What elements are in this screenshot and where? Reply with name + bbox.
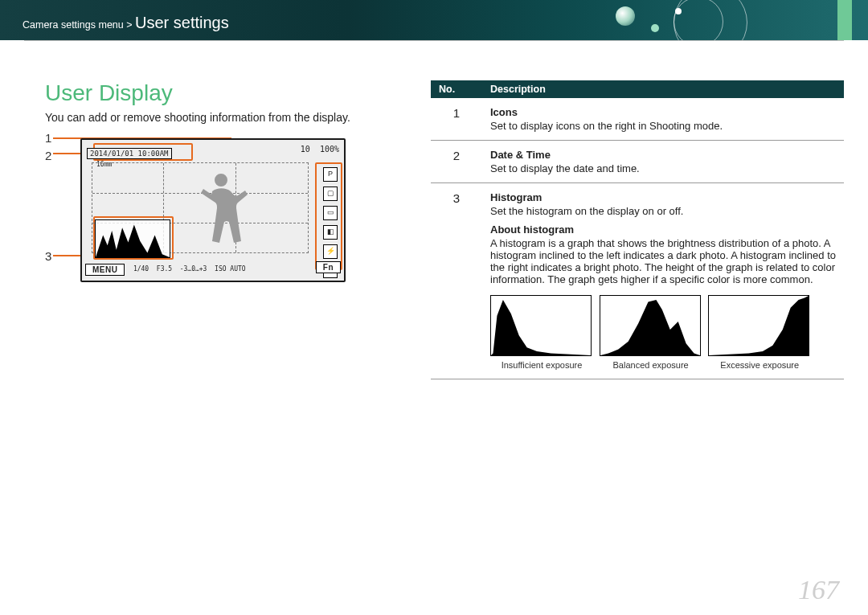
callout-1: 1 bbox=[45, 132, 51, 144]
col-no: No. bbox=[431, 80, 482, 98]
header-rule bbox=[24, 40, 844, 41]
breadcrumb-sep: > bbox=[126, 19, 135, 31]
histogram-excessive bbox=[708, 295, 809, 356]
svg-marker-0 bbox=[96, 225, 170, 257]
header-decoration bbox=[563, 0, 772, 40]
page-header: Camera settings menu > User settings bbox=[0, 0, 868, 40]
row-desc: Date & Time Set to display the date and … bbox=[482, 141, 844, 183]
fn-button-label: Fn bbox=[316, 261, 341, 273]
svg-marker-2 bbox=[600, 300, 700, 355]
flash-icon: ⚡ bbox=[323, 244, 338, 259]
hist-label: Insufficient exposure bbox=[490, 360, 593, 370]
page-number: 167 bbox=[798, 575, 839, 605]
svg-marker-3 bbox=[709, 296, 809, 355]
histogram-examples: Insufficient exposure Balanced exposure … bbox=[490, 290, 836, 371]
row-desc: Histogram Set the histogram on the displ… bbox=[482, 183, 844, 379]
camera-display-diagram: 1 2 3 2014/01/01 10:00AM 10 100% bbox=[80, 138, 346, 282]
menu-button-label: MENU bbox=[85, 264, 125, 276]
diagram-callout-numbers: 1 2 3 bbox=[45, 132, 51, 268]
histogram-balanced bbox=[600, 295, 701, 356]
left-column: User Display You can add or remove shoot… bbox=[45, 80, 391, 379]
row-desc: Icons Set to display icons on the right … bbox=[482, 98, 844, 141]
table-row: 2 Date & Time Set to display the date an… bbox=[431, 141, 844, 183]
intro-text: You can add or remove shooting informati… bbox=[45, 111, 391, 124]
table-row: 3 Histogram Set the histogram on the dis… bbox=[431, 183, 844, 379]
lcd-bottom-bar: MENU 1/40 F3.5 -3…0…+3 ISO AUTO Fn bbox=[85, 261, 341, 277]
manual-page: Camera settings menu > User settings Use… bbox=[0, 0, 868, 615]
af-icon: ▢ bbox=[323, 187, 338, 201]
right-column: No. Description 1 Icons Set to display i… bbox=[431, 80, 844, 379]
breadcrumb-section: User settings bbox=[135, 14, 229, 31]
hist-label: Excessive exposure bbox=[708, 360, 811, 370]
lcd-top-right: 10 100% bbox=[301, 145, 339, 154]
row-number: 2 bbox=[431, 141, 482, 183]
lcd-histogram bbox=[95, 219, 170, 258]
lcd-topbar: 2014/01/01 10:00AM 10 100% bbox=[87, 145, 339, 158]
row-number: 1 bbox=[431, 98, 482, 141]
lcd-datetime: 2014/01/01 10:00AM bbox=[87, 148, 172, 159]
table-row: 1 Icons Set to display icons on the righ… bbox=[431, 98, 844, 141]
lcd-status: 1/40 F3.5 -3…0…+3 ISO AUTO bbox=[133, 265, 246, 273]
section-tab bbox=[837, 0, 852, 40]
page-title: User Display bbox=[45, 80, 391, 106]
histogram-insufficient bbox=[490, 295, 592, 356]
svg-marker-1 bbox=[491, 300, 591, 355]
lcd-subject-silhouette bbox=[194, 169, 251, 249]
col-desc: Description bbox=[482, 80, 844, 98]
drive-icon: ▭ bbox=[323, 206, 338, 220]
breadcrumb: Camera settings menu > User settings bbox=[23, 14, 229, 32]
row-number: 3 bbox=[431, 183, 482, 379]
page-body: User Display You can add or remove shoot… bbox=[45, 80, 844, 379]
description-table: No. Description 1 Icons Set to display i… bbox=[431, 80, 844, 379]
breadcrumb-root: Camera settings menu bbox=[23, 19, 124, 31]
callout-2: 2 bbox=[45, 150, 51, 162]
quality-icon: ◧ bbox=[323, 225, 338, 240]
camera-lcd-mock: 2014/01/01 10:00AM 10 100% 16mm P ▢ ▭ bbox=[80, 138, 346, 282]
callout-3: 3 bbox=[45, 250, 51, 262]
hist-label: Balanced exposure bbox=[600, 360, 702, 370]
mode-icon: P bbox=[323, 167, 338, 182]
